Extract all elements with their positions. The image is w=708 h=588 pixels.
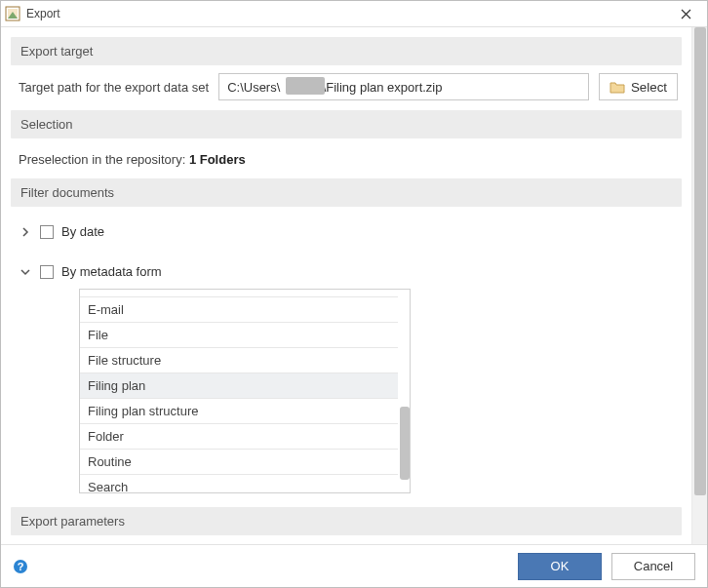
section-export-parameters: Export parameters: [11, 507, 682, 535]
checkbox-by-metadata[interactable]: [40, 265, 54, 279]
list-item[interactable]: ELO user folder: [80, 289, 398, 297]
app-icon: [5, 6, 20, 21]
metadata-form-list: ELO user folder E-mail File File structu…: [79, 289, 411, 493]
select-path-button[interactable]: Select: [599, 73, 678, 100]
checkbox-by-date[interactable]: [40, 225, 54, 239]
target-path-label: Target path for the export data set: [19, 80, 209, 95]
dialog-content: Export target Target path for the export…: [1, 27, 691, 544]
svg-text:?: ?: [18, 561, 24, 572]
preselection-line: Preselection in the repository: 1 Folder…: [11, 146, 682, 178]
ok-button[interactable]: OK: [518, 553, 602, 580]
preselection-value: 1 Folders: [189, 152, 246, 167]
list-item[interactable]: E-mail: [80, 297, 398, 323]
chevron-right-icon: [20, 227, 30, 237]
list-item[interactable]: Search: [80, 475, 398, 493]
list-item[interactable]: Folder: [80, 424, 398, 450]
section-selection: Selection: [11, 110, 682, 138]
close-icon: [681, 9, 691, 20]
list-item[interactable]: Filing plan structure: [80, 399, 398, 424]
section-filter-documents: Filter documents: [11, 178, 682, 207]
folder-icon: [610, 81, 625, 94]
list-item[interactable]: File structure: [80, 348, 398, 373]
expand-by-date[interactable]: [19, 225, 32, 239]
help-button[interactable]: ?: [13, 559, 28, 574]
target-path-input[interactable]: [218, 73, 589, 100]
chevron-down-icon: [20, 267, 30, 277]
preselection-prefix: Preselection in the repository:: [19, 152, 189, 167]
list-item[interactable]: Routine: [80, 450, 398, 475]
list-scrollbar[interactable]: [400, 407, 410, 480]
help-icon: ?: [13, 559, 28, 574]
list-item[interactable]: Filing plan: [80, 373, 398, 399]
list-item[interactable]: File: [80, 323, 398, 348]
filter-by-metadata-label: By metadata form: [61, 264, 162, 279]
cancel-button[interactable]: Cancel: [611, 553, 695, 580]
collapse-by-metadata[interactable]: [19, 265, 32, 279]
dialog-scrollbar-track[interactable]: [691, 27, 707, 544]
section-export-target: Export target: [11, 37, 682, 65]
select-path-label: Select: [631, 80, 667, 95]
close-button[interactable]: [670, 1, 701, 26]
filter-by-date-label: By date: [61, 224, 104, 239]
window-title: Export: [26, 7, 670, 20]
dialog-scrollbar-thumb[interactable]: [694, 27, 706, 495]
